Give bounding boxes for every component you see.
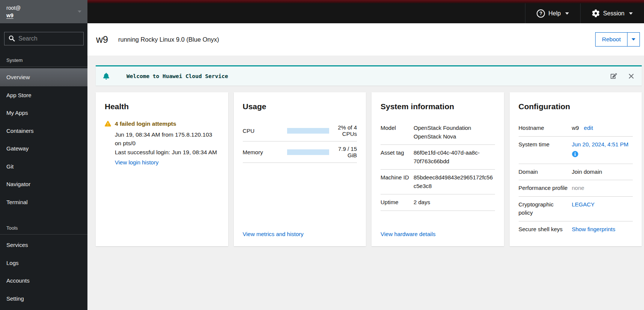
info-icon[interactable] — [572, 151, 578, 157]
sidebar-item-containers[interactable]: Containers — [0, 122, 87, 140]
machine-id-value: 85bdeec8d49843e2965172fc56c5e3c8 — [414, 173, 495, 190]
show-fingerprints-link[interactable]: Show fingerprints — [572, 226, 615, 232]
crypto-policy-link[interactable]: LEGACY — [572, 201, 595, 208]
session-label: Session — [603, 10, 624, 17]
warning-icon — [105, 120, 111, 126]
reboot-split-button: Reboot — [595, 32, 640, 47]
asset-tag-value: 86f0e1fd-c04c-407d-aa8c-70f763c66bdd — [414, 149, 495, 166]
machine-id-row: Machine ID 85bdeec8d49843e2965172fc56c5e… — [381, 170, 495, 194]
usage-card-title: Usage — [243, 102, 357, 111]
config-card-title: Configuration — [519, 102, 633, 111]
user-menu[interactable]: root@ w9 — [0, 0, 87, 23]
sidebar-nav: System Overview App Store My Apps Contai… — [0, 54, 87, 307]
sidebar-item-terminal[interactable]: Terminal — [0, 193, 87, 211]
gear-icon — [592, 9, 600, 17]
ssh-keys-row: Secure shell keys Show fingerprints — [519, 221, 633, 238]
memory-usage-value: 7.9 / 15 GiB — [329, 146, 357, 158]
user-hostname: w9 — [6, 12, 21, 19]
model-value: OpenStack Foundation OpenStack Nova — [414, 124, 495, 141]
uptime-value: 2 days — [414, 198, 495, 207]
cpu-usage-value: 2% of 4 CPUs — [329, 124, 357, 137]
memory-progress-bar — [287, 149, 329, 155]
uptime-label: Uptime — [381, 198, 414, 207]
close-icon[interactable] — [629, 74, 634, 79]
ssh-keys-label: Secure shell keys — [519, 225, 572, 234]
view-login-history-link[interactable]: View login history — [115, 159, 219, 166]
reboot-button[interactable]: Reboot — [596, 33, 627, 46]
hostname-value: w9 — [572, 125, 579, 131]
performance-profile-label: Performance profile — [519, 184, 572, 193]
model-row: Model OpenStack Foundation OpenStack Nov… — [381, 120, 495, 145]
sidebar-item-git[interactable]: Git — [0, 158, 87, 176]
performance-profile-row: Performance profile none — [519, 180, 633, 197]
view-hardware-details-link[interactable]: View hardware details — [381, 231, 495, 237]
page-title: w9 — [96, 34, 108, 45]
sidebar: root@ w9 System Overview App Store My Ap… — [0, 0, 87, 310]
main-content: w9 running Rocky Linux 9.0 (Blue Onyx) R… — [87, 23, 644, 310]
performance-profile-value: none — [572, 184, 633, 193]
masthead-accent-strip — [87, 0, 644, 3]
motd-banner: Welcome to Huawei Cloud Service — [96, 65, 642, 86]
usage-card: Usage CPU 2% of 4 CPUs Memory 7.9 / 15 G… — [234, 92, 366, 246]
cpu-label: CPU — [243, 128, 287, 134]
sidebar-item-navigator[interactable]: Navigator — [0, 175, 87, 193]
caret-down-icon — [629, 12, 633, 15]
health-card: Health 4 failed login attempts Jun 19, 0… — [96, 92, 228, 246]
masthead: ? Help Session — [87, 0, 644, 23]
sidebar-item-accounts[interactable]: Accounts — [0, 272, 87, 290]
domain-label: Domain — [519, 168, 572, 176]
help-icon: ? — [537, 9, 545, 18]
sidebar-item-app-store[interactable]: App Store — [0, 86, 87, 104]
configuration-card: Configuration Hostname w9 edit System ti… — [510, 92, 642, 246]
system-time-label: System time — [519, 140, 572, 160]
system-time-link[interactable]: Jun 20, 2024, 4:51 PM — [572, 141, 629, 147]
dashboard-cards: Health 4 failed login attempts Jun 19, 0… — [96, 92, 642, 246]
cpu-usage-row: CPU 2% of 4 CPUs — [243, 120, 357, 141]
sidebar-item-setting[interactable]: Setting — [0, 290, 87, 308]
hostname-row: Hostname w9 edit — [519, 120, 633, 137]
sidebar-item-my-apps[interactable]: My Apps — [0, 104, 87, 122]
last-login-detail: Last successful login: Jun 19, 08:34 AM — [115, 148, 219, 157]
system-time-row: System time Jun 20, 2024, 4:51 PM — [519, 137, 633, 164]
search-icon — [9, 35, 15, 42]
asset-tag-row: Asset tag 86f0e1fd-c04c-407d-aa8c-70f763… — [381, 145, 495, 170]
sidebar-search — [0, 23, 87, 45]
os-subtitle: running Rocky Linux 9.0 (Blue Onyx) — [118, 36, 219, 43]
system-information-card: System information Model OpenStack Found… — [372, 92, 504, 246]
model-label: Model — [381, 124, 414, 141]
view-metrics-link[interactable]: View metrics and history — [243, 231, 357, 237]
domain-row: Domain Join domain — [519, 164, 633, 181]
hostname-edit-link[interactable]: edit — [584, 125, 593, 131]
sidebar-item-overview[interactable]: Overview — [0, 68, 87, 86]
caret-down-icon — [565, 12, 569, 15]
machine-id-label: Machine ID — [381, 173, 414, 190]
search-input[interactable] — [4, 32, 84, 45]
banner-message: Welcome to Huawei Cloud Service — [126, 73, 228, 79]
session-menu[interactable]: Session — [580, 3, 644, 23]
page-header: w9 running Rocky Linux 9.0 (Blue Onyx) R… — [87, 23, 644, 56]
join-domain-link[interactable]: Join domain — [572, 168, 633, 176]
uptime-row: Uptime 2 days — [381, 194, 495, 211]
hostname-label: Hostname — [519, 124, 572, 132]
memory-label: Memory — [243, 149, 287, 155]
bell-icon — [103, 73, 109, 80]
sidebar-item-services[interactable]: Services — [0, 236, 87, 254]
crypto-policy-row: Cryptographic policy LEGACY — [519, 197, 633, 221]
sidebar-item-gateway[interactable]: Gateway — [0, 140, 87, 158]
caret-down-icon — [78, 11, 81, 13]
sysinfo-card-title: System information — [381, 102, 495, 111]
help-menu[interactable]: ? Help — [525, 3, 580, 23]
health-card-title: Health — [105, 102, 219, 111]
help-label: Help — [548, 10, 561, 17]
edit-icon[interactable] — [611, 73, 617, 79]
memory-usage-row: Memory 7.9 / 15 GiB — [243, 141, 357, 163]
user-name: root@ — [6, 4, 21, 12]
reboot-dropdown-toggle[interactable] — [627, 33, 639, 46]
failed-logins-alert: 4 failed login attempts — [115, 120, 176, 128]
crypto-policy-label: Cryptographic policy — [519, 200, 572, 217]
asset-tag-label: Asset tag — [381, 149, 414, 166]
cpu-progress-bar — [287, 128, 329, 134]
nav-section-system: System — [0, 54, 87, 67]
sidebar-item-logs[interactable]: Logs — [0, 254, 87, 272]
nav-section-tools: Tools — [0, 222, 87, 235]
